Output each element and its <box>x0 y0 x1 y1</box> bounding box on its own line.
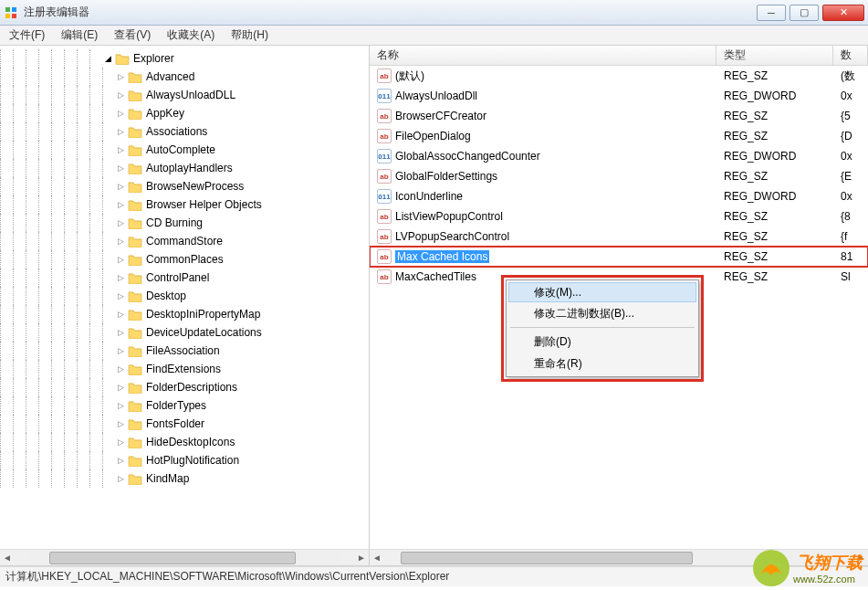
folder-icon <box>128 107 142 120</box>
scroll-right-icon[interactable]: ► <box>354 551 369 565</box>
expand-icon[interactable]: ▷ <box>115 254 126 265</box>
expand-icon[interactable]: ▷ <box>115 400 126 411</box>
expand-icon[interactable]: ▷ <box>115 108 126 119</box>
ctx-modify-binary[interactable]: 修改二进制数据(B)... <box>508 302 696 324</box>
tree-node[interactable]: ▷FolderTypes <box>0 396 369 415</box>
tree-node[interactable]: ▷KindMap <box>0 469 369 488</box>
expand-icon[interactable]: ▷ <box>115 236 126 247</box>
list-row[interactable]: abFileOpenDialogREG_SZ{D <box>370 126 868 146</box>
tree-node[interactable]: ▷HideDesktopIcons <box>0 433 369 451</box>
right-horizontal-scrollbar[interactable]: ◄ ► <box>370 549 868 565</box>
column-type[interactable]: 类型 <box>716 46 833 65</box>
tree-node[interactable]: ▷BrowseNewProcess <box>0 177 369 195</box>
menu-file[interactable]: 文件(F) <box>4 26 50 45</box>
expand-icon[interactable]: ▷ <box>115 199 126 210</box>
tree-label: Explorer <box>133 52 174 65</box>
expand-icon[interactable]: ▷ <box>115 71 126 82</box>
tree-node[interactable]: ▷Desktop <box>0 287 369 305</box>
folder-icon <box>128 198 142 211</box>
minimize-button[interactable]: ─ <box>757 5 786 21</box>
expand-icon[interactable]: ▷ <box>115 473 126 484</box>
value-data: 0x <box>833 190 868 203</box>
folder-icon <box>128 326 142 339</box>
expand-icon[interactable]: ▷ <box>115 345 126 356</box>
tree-node[interactable]: ▷DesktopIniPropertyMap <box>0 305 369 323</box>
column-name[interactable]: 名称 <box>370 46 716 65</box>
value-data: {E <box>833 170 868 183</box>
expand-icon[interactable]: ▷ <box>115 163 126 174</box>
expand-icon[interactable]: ▷ <box>115 437 126 448</box>
value-data: {5 <box>833 110 868 122</box>
expand-icon[interactable]: ▷ <box>115 327 126 338</box>
tree-node[interactable]: ▷HotPlugNotification <box>0 451 369 469</box>
expand-icon[interactable]: ▷ <box>115 217 126 228</box>
window-titlebar: 注册表编辑器 ─ ▢ ✕ <box>0 0 868 26</box>
folder-icon <box>128 271 142 284</box>
list-row[interactable]: 011IconUnderlineREG_DWORD0x <box>370 186 868 206</box>
tree-node[interactable]: ▷Advanced <box>0 68 369 86</box>
tree-node[interactable]: ▷FileAssociation <box>0 342 369 360</box>
list-row[interactable]: 011AlwaysUnloadDllREG_DWORD0x <box>370 86 868 106</box>
value-string-icon: ab <box>377 249 392 264</box>
expand-icon[interactable]: ▷ <box>115 290 126 301</box>
expand-icon[interactable]: ▷ <box>115 309 126 320</box>
tree-label: FindExtensions <box>146 363 221 375</box>
list-row[interactable]: abBrowserCFCreatorREG_SZ{5 <box>370 106 868 126</box>
tree-node[interactable]: ▷CommandStore <box>0 232 369 250</box>
expand-icon[interactable]: ▷ <box>115 90 126 100</box>
tree-node[interactable]: ▷Associations <box>0 122 369 141</box>
tree-node[interactable]: ▷CommonPlaces <box>0 250 369 269</box>
ctx-modify[interactable]: 修改(M)... <box>508 282 696 302</box>
tree-node[interactable]: ▷CD Burning <box>0 214 369 232</box>
expand-icon[interactable]: ▷ <box>115 455 126 466</box>
value-type: REG_SZ <box>716 130 833 142</box>
menu-edit[interactable]: 编辑(E) <box>56 26 103 45</box>
ctx-delete[interactable]: 删除(D) <box>508 331 696 353</box>
column-data[interactable]: 数 <box>833 46 868 65</box>
value-data: {f <box>833 230 868 243</box>
list-row[interactable]: 011GlobalAssocChangedCounterREG_DWORD0x <box>370 146 868 166</box>
tree-node[interactable]: ▷AppKey <box>0 104 369 122</box>
list-row[interactable]: ab(默认)REG_SZ(数 <box>370 66 868 86</box>
svg-rect-1 <box>12 7 16 12</box>
list-row[interactable]: abListViewPopupControlREG_SZ{8 <box>370 206 868 227</box>
list-row[interactable]: abLVPopupSearchControlREG_SZ{f <box>370 227 868 247</box>
folder-icon <box>128 399 142 412</box>
collapse-icon[interactable]: ◢ <box>102 53 113 64</box>
tree-node[interactable]: ▷FolderDescriptions <box>0 378 369 396</box>
menu-view[interactable]: 查看(V) <box>109 26 156 45</box>
list-row[interactable]: abGlobalFolderSettingsREG_SZ{E <box>370 166 868 186</box>
ctx-rename[interactable]: 重命名(R) <box>508 353 696 374</box>
menu-help[interactable]: 帮助(H) <box>225 26 274 45</box>
scroll-right-icon[interactable]: ► <box>853 551 868 565</box>
value-string-icon: ab <box>377 129 392 143</box>
expand-icon[interactable]: ▷ <box>115 363 126 374</box>
tree-node[interactable]: ▷FontsFolder <box>0 415 369 433</box>
tree-node-explorer[interactable]: ◢Explorer <box>0 49 369 68</box>
expand-icon[interactable]: ▷ <box>115 126 126 137</box>
tree-node[interactable]: ▷AutoComplete <box>0 141 369 159</box>
tree-node[interactable]: ▷FindExtensions <box>0 360 369 378</box>
tree-label: ControlPanel <box>146 271 209 284</box>
tree-node[interactable]: ▷AutoplayHandlers <box>0 159 369 177</box>
expand-icon[interactable]: ▷ <box>115 418 126 429</box>
expand-icon[interactable]: ▷ <box>115 382 126 393</box>
tree-node[interactable]: ▷AlwaysUnloadDLL <box>0 86 369 104</box>
tree-node[interactable]: ▷ControlPanel <box>0 269 369 287</box>
tree-pane: ◢Explorer▷Advanced▷AlwaysUnloadDLL▷AppKe… <box>0 46 370 565</box>
left-horizontal-scrollbar[interactable]: ◄ ► <box>0 549 369 565</box>
maximize-button[interactable]: ▢ <box>790 5 819 21</box>
list-row[interactable]: abMax Cached IconsREG_SZ81 <box>370 247 868 267</box>
tree-node[interactable]: ▷Browser Helper Objects <box>0 195 369 214</box>
menu-favorites[interactable]: 收藏夹(A) <box>162 26 220 45</box>
value-name: AlwaysUnloadDll <box>395 90 477 102</box>
folder-icon <box>128 70 142 83</box>
expand-icon[interactable]: ▷ <box>115 144 126 155</box>
tree-node[interactable]: ▷DeviceUpdateLocations <box>0 323 369 342</box>
value-name: GlobalFolderSettings <box>395 170 497 183</box>
scroll-left-icon[interactable]: ◄ <box>370 551 384 565</box>
expand-icon[interactable]: ▷ <box>115 181 126 192</box>
scroll-left-icon[interactable]: ◄ <box>0 551 15 565</box>
close-button[interactable]: ✕ <box>822 5 864 21</box>
expand-icon[interactable]: ▷ <box>115 272 126 283</box>
